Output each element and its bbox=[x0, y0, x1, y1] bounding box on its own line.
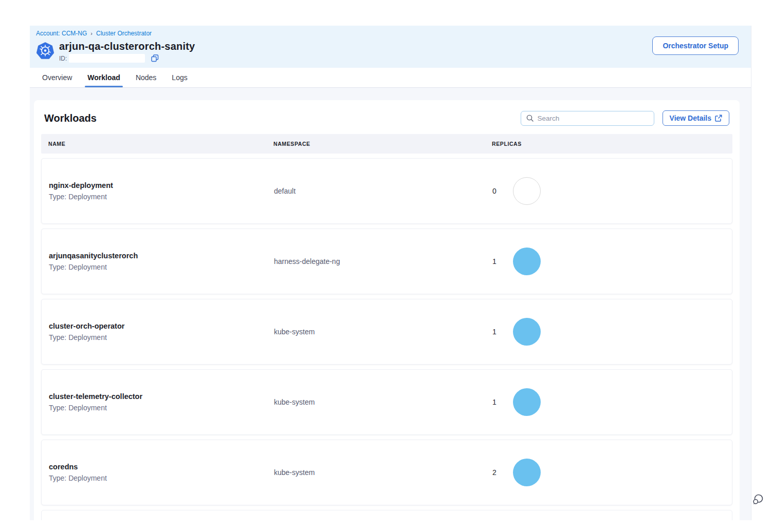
workload-name: nginx-deployment bbox=[49, 181, 274, 189]
replica-count: 2 bbox=[492, 468, 497, 477]
table-row[interactable]: arjunqasanityclusterorch Type: Deploymen… bbox=[41, 229, 732, 294]
workload-replicas-cell: 0 bbox=[492, 177, 725, 205]
workload-name: arjunqasanityclusterorch bbox=[49, 252, 274, 260]
table-row[interactable]: cluster-telemetry-collector Type: Deploy… bbox=[41, 369, 732, 435]
tab-bar: Overview Workload Nodes Logs bbox=[30, 68, 751, 88]
replica-indicator-circle bbox=[513, 177, 541, 205]
workload-type: Type: Deployment bbox=[49, 263, 274, 271]
workload-type: Type: Deployment bbox=[49, 474, 274, 482]
workload-namespace: harness-delegate-ng bbox=[274, 257, 492, 265]
column-header-namespace: NAMESPACE bbox=[273, 141, 492, 147]
workload-replicas-cell: 2 bbox=[492, 459, 725, 486]
workload-name-cell: cluster-telemetry-collector Type: Deploy… bbox=[49, 392, 274, 412]
replica-count: 1 bbox=[492, 328, 497, 336]
page-header: Account: CCM-NG › Cluster Orchestrator bbox=[30, 26, 751, 68]
workload-name: coredns bbox=[49, 463, 274, 471]
workload-replicas-cell: 1 bbox=[492, 318, 725, 346]
search-box[interactable] bbox=[521, 111, 654, 126]
content-area: Workloads View Details bbox=[30, 88, 751, 520]
search-icon bbox=[526, 115, 534, 122]
workload-name: cluster-telemetry-collector bbox=[49, 392, 274, 401]
page-title: arjun-qa-clusterorch-sanity bbox=[59, 41, 195, 52]
breadcrumb-account-link[interactable]: Account: CCM-NG bbox=[36, 30, 87, 37]
table-row[interactable]: coredns Type: Deployment kube-system 2 bbox=[41, 440, 732, 505]
workloads-heading: Workloads bbox=[44, 112, 97, 124]
table-row[interactable]: cluster-orch-operator Type: Deployment k… bbox=[41, 299, 732, 365]
kubernetes-logo-icon bbox=[36, 42, 54, 60]
tab-logs[interactable]: Logs bbox=[172, 68, 187, 87]
workload-namespace: kube-system bbox=[274, 398, 492, 406]
replica-indicator-circle bbox=[513, 248, 541, 275]
replica-count: 1 bbox=[492, 257, 497, 265]
breadcrumb-separator-icon: › bbox=[90, 30, 93, 36]
workload-name: cluster-orch-operator bbox=[49, 322, 274, 330]
workload-type: Type: Deployment bbox=[49, 193, 274, 201]
workload-type: Type: Deployment bbox=[49, 333, 274, 341]
table-header: NAME NAMESPACE REPLICAS bbox=[41, 134, 732, 154]
workload-name-cell: nginx-deployment Type: Deployment bbox=[49, 181, 274, 201]
orchestrator-setup-button[interactable]: Orchestrator Setup bbox=[652, 36, 739, 55]
view-details-button[interactable]: View Details bbox=[663, 110, 729, 126]
copy-icon[interactable] bbox=[151, 54, 159, 62]
column-header-name: NAME bbox=[48, 141, 273, 147]
workload-namespace: kube-system bbox=[274, 468, 492, 477]
workload-name-cell: cluster-orch-operator Type: Deployment bbox=[49, 322, 274, 341]
workload-replicas-cell: 1 bbox=[492, 388, 725, 416]
tab-overview[interactable]: Overview bbox=[42, 68, 72, 87]
workload-namespace: kube-system bbox=[274, 328, 492, 336]
replica-count: 1 bbox=[492, 398, 497, 406]
external-link-icon bbox=[715, 115, 722, 122]
workload-replicas-cell: 1 bbox=[492, 248, 725, 275]
replica-indicator-circle bbox=[513, 388, 541, 416]
view-details-label: View Details bbox=[670, 114, 711, 122]
cluster-orchestrator-app: Account: CCM-NG › Cluster Orchestrator bbox=[30, 26, 751, 520]
table-row[interactable]: nginx-deployment Type: Deployment defaul… bbox=[41, 158, 732, 224]
replica-indicator-circle bbox=[513, 318, 541, 346]
workload-namespace: default bbox=[274, 187, 492, 195]
column-header-replicas: REPLICAS bbox=[492, 141, 725, 147]
replica-count: 0 bbox=[492, 187, 497, 195]
breadcrumb: Account: CCM-NG › Cluster Orchestrator bbox=[36, 30, 744, 37]
tab-nodes[interactable]: Nodes bbox=[136, 68, 156, 87]
workload-name-cell: arjunqasanityclusterorch Type: Deploymen… bbox=[49, 252, 274, 271]
cluster-id-label: ID: bbox=[59, 55, 67, 62]
cluster-id-value-redacted bbox=[69, 54, 145, 63]
chat-help-icon[interactable] bbox=[751, 492, 765, 506]
search-input[interactable] bbox=[538, 115, 649, 122]
replica-indicator-circle bbox=[513, 459, 541, 486]
table-row-partial[interactable] bbox=[41, 510, 732, 520]
workload-type: Type: Deployment bbox=[49, 404, 274, 412]
breadcrumb-section-link[interactable]: Cluster Orchestrator bbox=[96, 30, 152, 37]
workloads-panel: Workloads View Details bbox=[34, 100, 740, 520]
tab-workload[interactable]: Workload bbox=[87, 68, 120, 87]
workload-name-cell: coredns Type: Deployment bbox=[49, 463, 274, 482]
